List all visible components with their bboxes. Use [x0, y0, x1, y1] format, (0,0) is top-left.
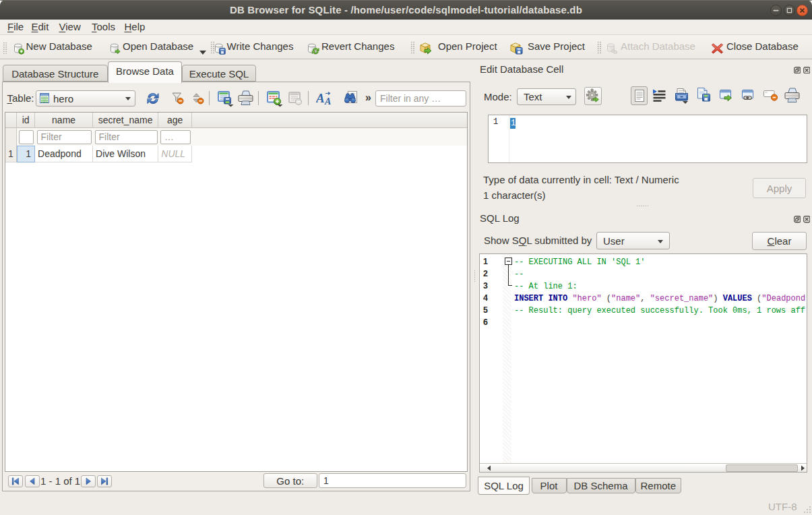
svg-text:A: A: [316, 91, 325, 105]
svg-text:A: A: [324, 96, 331, 106]
